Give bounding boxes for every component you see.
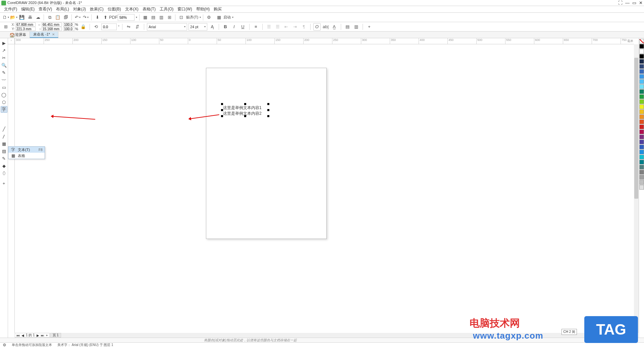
- color-swatch[interactable]: [639, 170, 644, 175]
- x-position-input[interactable]: [15, 22, 36, 27]
- color-swatch[interactable]: [639, 160, 644, 164]
- snap-toggle[interactable]: ⊡: [177, 14, 185, 21]
- color-swatch[interactable]: [639, 114, 644, 119]
- page-tab-1[interactable]: 页 1: [50, 333, 61, 338]
- menu-tools[interactable]: 工具(O): [158, 6, 175, 13]
- ime-indicator[interactable]: CH 2 简: [561, 329, 577, 335]
- number-button[interactable]: ☰: [274, 23, 281, 31]
- color-swatch[interactable]: [639, 49, 644, 54]
- add-page-icon[interactable]: +: [45, 334, 49, 337]
- color-swatch[interactable]: [639, 155, 644, 159]
- text-align-h-button[interactable]: ▤: [344, 23, 351, 31]
- add-button[interactable]: +: [366, 23, 373, 31]
- tab-document[interactable]: 未命名 -1*✕: [30, 32, 58, 38]
- grid-button[interactable]: ▤: [150, 14, 157, 21]
- menu-effects[interactable]: 效果(C): [88, 6, 106, 13]
- launch-label[interactable]: 启动: [223, 15, 231, 20]
- height-input[interactable]: [42, 27, 62, 31]
- color-swatch[interactable]: [639, 54, 644, 59]
- status-gear-icon[interactable]: ⚙: [3, 343, 6, 347]
- color-swatch[interactable]: [639, 104, 644, 109]
- color-swatch[interactable]: [639, 59, 644, 64]
- new-button[interactable]: 🗋▾: [2, 14, 9, 21]
- text-frame-button[interactable]: ab|: [322, 23, 329, 31]
- color-swatch[interactable]: [639, 69, 644, 74]
- color-swatch[interactable]: [639, 89, 644, 94]
- lock-ratio-button[interactable]: 🔒: [79, 23, 87, 31]
- color-swatch[interactable]: [639, 165, 644, 169]
- horizontal-ruler[interactable]: 毫米 3002502001501005005010015020025030035…: [15, 38, 634, 44]
- pick-tool[interactable]: ▶: [1, 40, 7, 46]
- color-swatch[interactable]: [639, 125, 644, 129]
- page-navigator[interactable]: ⏮ ◀ 1 的 1 ▶ ⏭ +: [15, 333, 50, 338]
- pdf-button[interactable]: PDF: [110, 14, 117, 21]
- color-swatch[interactable]: [639, 74, 644, 79]
- purchase-icon[interactable]: ⛶: [618, 0, 623, 5]
- copy-button[interactable]: ⧉: [46, 14, 53, 21]
- menu-window[interactable]: 窗口(W): [175, 6, 194, 13]
- color-swatch[interactable]: [639, 150, 644, 154]
- maximize-button[interactable]: ▭: [632, 0, 636, 5]
- color-swatch[interactable]: [639, 79, 644, 84]
- zoom-tool[interactable]: 🔍: [1, 62, 7, 68]
- menu-view[interactable]: 查看(V): [37, 6, 54, 13]
- eyedropper-tool[interactable]: ✎: [1, 155, 7, 162]
- menu-buy[interactable]: 购买: [212, 6, 224, 13]
- font-style-button[interactable]: Ą: [209, 23, 216, 31]
- outline-tool[interactable]: ⬯: [1, 170, 7, 177]
- y-position-input[interactable]: [15, 27, 36, 31]
- menu-edit[interactable]: 编辑(E): [19, 6, 37, 13]
- canvas-area[interactable]: ⌜ 毫米 30025020015010050050100150200250300…: [8, 38, 639, 338]
- snap-label[interactable]: 贴齐(T): [186, 15, 198, 20]
- open-button[interactable]: 📂▾: [10, 14, 17, 21]
- color-swatch[interactable]: [639, 185, 644, 190]
- scale-x-input[interactable]: [63, 22, 74, 27]
- shape-tool[interactable]: ↗: [1, 47, 7, 54]
- polygon-tool[interactable]: ⬡: [1, 99, 7, 105]
- drop-shadow-tool[interactable]: ▦: [1, 140, 7, 147]
- color-swatch[interactable]: [639, 94, 644, 99]
- text-object[interactable]: 这里是举例文本内容1 这里是举例文本内容2: [223, 105, 262, 116]
- menu-text[interactable]: 文本(X): [123, 6, 141, 13]
- fullscreen-button[interactable]: ▦: [142, 14, 149, 21]
- color-swatch[interactable]: [639, 180, 644, 185]
- menu-table[interactable]: 表格(T): [141, 6, 158, 13]
- canvas-background[interactable]: 这里是举例文本内容1 这里是举例文本内容2: [15, 44, 634, 333]
- bullet-button[interactable]: ☰: [265, 23, 273, 31]
- flyout-text-tool[interactable]: 字 文本(T) F8: [8, 147, 45, 153]
- underline-button[interactable]: U: [239, 23, 247, 31]
- vertical-scrollbar[interactable]: [634, 44, 639, 333]
- cloud-button[interactable]: ☁: [34, 14, 42, 21]
- menu-bitmap[interactable]: 位图(B): [106, 6, 123, 13]
- transparency-tool[interactable]: ▨: [1, 148, 7, 154]
- guides-button[interactable]: ▥: [158, 14, 165, 21]
- flyout-table-tool[interactable]: ▦ 表格: [8, 153, 45, 159]
- home-icon[interactable]: 🏠: [9, 33, 15, 38]
- color-swatch[interactable]: [639, 109, 644, 114]
- dockers-button[interactable]: ⊞: [166, 14, 173, 21]
- save-button[interactable]: 💾: [18, 14, 25, 21]
- menu-file[interactable]: 文件(F): [2, 6, 19, 13]
- fill-tool[interactable]: ◆: [1, 162, 7, 169]
- color-swatch[interactable]: [639, 119, 644, 124]
- mirror-v-button[interactable]: ⇵: [134, 23, 141, 31]
- mirror-h-button[interactable]: ⇋: [125, 23, 132, 31]
- rotation-input[interactable]: [101, 23, 117, 30]
- color-swatch[interactable]: [639, 84, 644, 89]
- origin-button[interactable]: ⊞: [2, 23, 9, 31]
- snap-dropdown-icon[interactable]: ▾: [200, 16, 201, 19]
- paste-button[interactable]: 📋: [54, 14, 61, 21]
- clipboard-button[interactable]: 🗐: [62, 14, 69, 21]
- close-button[interactable]: ✕: [639, 0, 643, 5]
- text-direction-button[interactable]: A̲: [331, 23, 338, 31]
- menu-layout[interactable]: 布局(L): [54, 6, 71, 13]
- zoom-level-input[interactable]: [118, 14, 135, 21]
- artistic-tool[interactable]: 〰: [1, 77, 7, 83]
- dimension-tool[interactable]: ╱: [1, 126, 7, 132]
- export-button[interactable]: ⬆: [102, 14, 109, 21]
- font-size-dropdown[interactable]: 24 pt▾: [189, 23, 207, 31]
- indent-inc-button[interactable]: ⇥: [291, 23, 299, 31]
- menu-help[interactable]: 帮助(H): [194, 6, 212, 13]
- options-button[interactable]: ⚙: [205, 14, 213, 21]
- color-swatch[interactable]: [639, 99, 644, 104]
